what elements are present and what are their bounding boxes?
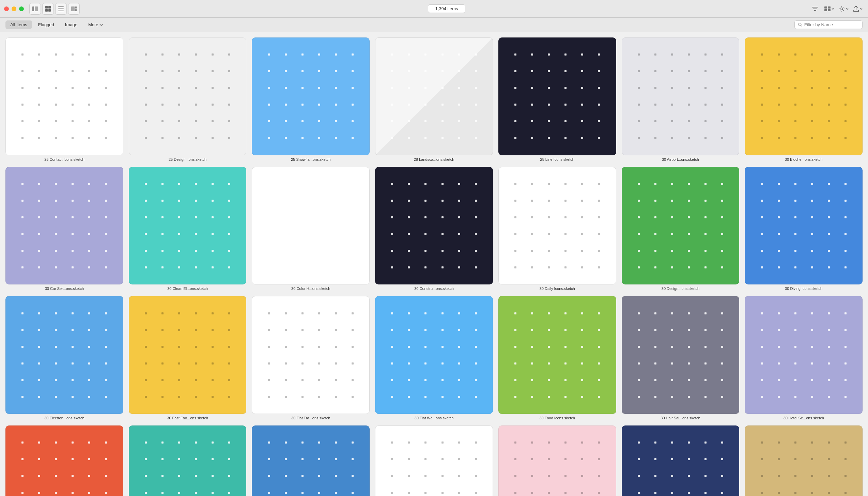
file-label: 30 Flat We...ons.sketch [375, 416, 493, 420]
file-thumbnail [129, 296, 247, 414]
grid-item[interactable]: 30 Landma...ons.sketch [129, 425, 247, 496]
grid-item[interactable]: 30 Electron...ons.sketch [5, 296, 123, 420]
grid-item[interactable]: 30 Clean El...ons.sketch [129, 167, 247, 291]
grid-item[interactable]: 30 Car Ser...ons.sketch [5, 167, 123, 291]
file-thumbnail [622, 167, 740, 285]
file-label: 30 Clean El...ons.sketch [129, 286, 247, 291]
grid-item[interactable]: 30 Food Icons.sketch [498, 296, 616, 420]
content-area: 25 Contact Icons.sketch25 Design...ons.s… [0, 32, 868, 496]
file-thumbnail [375, 296, 493, 414]
minimize-button[interactable] [12, 6, 16, 11]
maximize-button[interactable] [19, 6, 24, 11]
item-count-text: 1,394 items [435, 6, 458, 11]
file-label: 30 Fast Foo...ons.sketch [129, 416, 247, 420]
search-box[interactable] [794, 20, 863, 29]
grid-item[interactable]: 30 Airport...ons.sketch [622, 37, 740, 161]
svg-rect-10 [75, 6, 77, 9]
file-label: 30 Airport...ons.sketch [622, 157, 740, 161]
svg-rect-15 [824, 6, 827, 9]
grid-item[interactable]: 30 Network Icons.sketch [745, 425, 863, 496]
grid-item[interactable]: 30 Constru...ons.sketch [375, 167, 493, 291]
grid-item[interactable]: 25 Design...ons.sketch [129, 37, 247, 161]
file-thumbnail [498, 296, 616, 414]
filter-icon[interactable] [809, 3, 821, 15]
preview-view-icon[interactable] [68, 3, 80, 15]
tab-all-items[interactable]: All Items [5, 20, 32, 29]
filter-bar: All Items Flagged Image More [0, 18, 868, 32]
settings-icon[interactable] [838, 3, 850, 15]
grid-item[interactable]: 25 Contact Icons.sketch [5, 37, 123, 161]
grid-item[interactable]: 30 Needle...ons.sketch [622, 425, 740, 496]
file-thumbnail [375, 167, 493, 285]
grid-item[interactable]: 30 Diving Icons.sketch [745, 167, 863, 291]
grid-item[interactable]: 30 Machine...ons.sketch [375, 425, 493, 496]
toolbar-icons [29, 3, 80, 15]
file-thumbnail [498, 37, 616, 155]
tab-more[interactable]: More [83, 20, 108, 29]
tab-flagged[interactable]: Flagged [33, 20, 59, 29]
file-thumbnail [498, 167, 616, 285]
grid-view-icon[interactable] [42, 3, 54, 15]
close-button[interactable] [4, 6, 9, 11]
file-label: 30 Car Ser...ons.sketch [5, 286, 123, 291]
file-label: 25 Design...ons.sketch [129, 157, 247, 161]
svg-rect-18 [828, 9, 831, 11]
svg-rect-16 [828, 6, 831, 9]
file-label: 30 Electron...ons.sketch [5, 416, 123, 420]
file-grid: 25 Contact Icons.sketch25 Design...ons.s… [5, 37, 863, 496]
share-icon[interactable] [852, 3, 864, 15]
file-thumbnail [745, 37, 863, 155]
file-thumbnail [622, 296, 740, 414]
file-thumbnail [252, 37, 370, 155]
file-thumbnail [252, 167, 370, 285]
file-thumbnail [375, 425, 493, 496]
grid-item[interactable]: 30 Hotel Se...ons.sketch [745, 296, 863, 420]
grid-item[interactable]: 25 Snowfla...ons.sketch [252, 37, 370, 161]
grid-item[interactable]: 30 Bioche...ons.sketch [745, 37, 863, 161]
grid-item[interactable]: 28 Line Icons.sketch [498, 37, 616, 161]
svg-line-21 [801, 26, 802, 27]
file-label: 25 Contact Icons.sketch [5, 157, 123, 161]
file-label: 28 Line Icons.sketch [498, 157, 616, 161]
tab-image[interactable]: Image [60, 20, 82, 29]
file-thumbnail [252, 425, 370, 496]
svg-rect-1 [35, 6, 38, 11]
file-label: 30 Bioche...ons.sketch [745, 157, 863, 161]
grid-item[interactable]: 30 Kitchen Icons.sketch [5, 425, 123, 496]
grid-item[interactable]: 30 Flat Tra...ons.sketch [252, 296, 370, 420]
list-view-icon[interactable] [55, 3, 67, 15]
grid-item[interactable]: 30 Fast Foo...ons.sketch [129, 296, 247, 420]
file-thumbnail [252, 296, 370, 414]
file-thumbnail [375, 37, 493, 155]
file-thumbnail [745, 425, 863, 496]
window-controls [4, 6, 24, 11]
svg-rect-0 [32, 6, 34, 11]
file-label: 30 Daily Icons.sketch [498, 286, 616, 291]
svg-point-20 [799, 23, 801, 26]
svg-rect-5 [48, 9, 51, 12]
file-thumbnail [622, 37, 740, 155]
sidebar-toggle-icon[interactable] [29, 3, 41, 15]
grid-item[interactable]: 30 Design...ons.sketch [622, 167, 740, 291]
grid-item[interactable]: 30 Color H...ons.sketch [252, 167, 370, 291]
grid-item[interactable]: 28 Landsca...ons.sketch [375, 37, 493, 161]
item-count-container: 1,394 items [84, 4, 809, 13]
view-options-icon[interactable] [824, 3, 835, 15]
file-label: 30 Design...ons.sketch [622, 286, 740, 291]
file-thumbnail [622, 425, 740, 496]
grid-item[interactable]: 30 Mini Tra...ons.sketch [498, 425, 616, 496]
file-label: 25 Snowfla...ons.sketch [252, 157, 370, 161]
file-label: 30 Diving Icons.sketch [745, 286, 863, 291]
grid-item[interactable]: 30 Daily Icons.sketch [498, 167, 616, 291]
file-label: 30 Constru...ons.sketch [375, 286, 493, 291]
grid-item[interactable]: 30 Flat We...ons.sketch [375, 296, 493, 420]
file-thumbnail [5, 167, 123, 285]
svg-rect-3 [48, 6, 51, 9]
grid-item[interactable]: 30 Logistic...ons.sketch [252, 425, 370, 496]
search-input[interactable] [804, 22, 859, 27]
svg-point-19 [841, 8, 843, 10]
file-thumbnail [5, 425, 123, 496]
grid-item[interactable]: 30 Hair Sal...ons.sketch [622, 296, 740, 420]
file-thumbnail [129, 167, 247, 285]
titlebar: 1,394 items [0, 0, 868, 18]
